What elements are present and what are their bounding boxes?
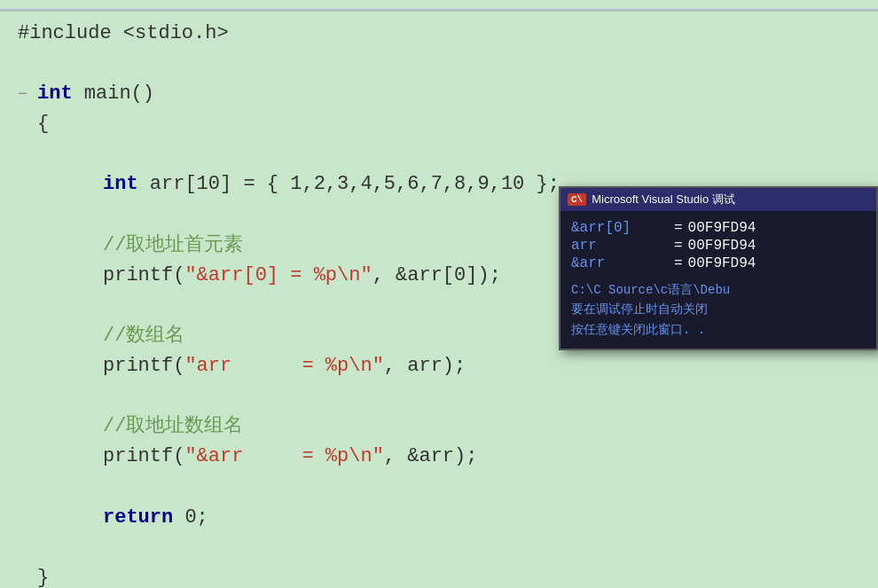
line-printf2: printf("arr = %p\n", arr); [18,351,860,381]
collapse-marker[interactable]: − [18,82,34,107]
footer-line-3: 按任意键关闭此窗口. . [571,320,866,340]
line-blank2 [18,139,860,169]
output-titlebar: C\ Microsoft Visual Studio 调试 [561,188,876,211]
out-val-2: 00F9FD94 [688,238,756,254]
out-line-1: &arr[0] = 00F9FD94 [571,220,866,236]
line-blank6 [18,472,860,502]
out-val-3: 00F9FD94 [688,255,756,271]
line-main-sig: −int main() [18,79,860,109]
out-val-1: 00F9FD94 [688,220,756,236]
output-footer: C:\C Source\c语言\Debu 要在调试停止时自动关闭 按任意键关闭此… [571,280,866,340]
editor-area: #include <stdio.h> −int main() { int arr… [0,0,878,588]
line-open-brace: { [18,109,860,139]
line-blank5 [18,381,860,412]
line-printf3: printf("&arr = %p\n", &arr); [18,442,860,472]
output-title: Microsoft Visual Studio 调试 [592,192,735,208]
line-include: #include <stdio.h> [18,19,860,49]
out-label-1: &arr[0] [571,220,669,236]
line-comment3: //取地址数组名 [18,412,860,442]
vs-icon: C\ [568,193,586,206]
out-label-2: arr [571,238,669,254]
output-body: &arr[0] = 00F9FD94 arr = 00F9FD94 &arr =… [561,211,876,349]
footer-line-1: C:\C Source\c语言\Debu [571,280,866,300]
footer-line-2: 要在调试停止时自动关闭 [571,300,866,319]
output-window: C\ Microsoft Visual Studio 调试 &arr[0] = … [559,186,878,350]
out-line-3: &arr = 00F9FD94 [571,255,866,271]
line-blank1 [18,49,860,79]
out-label-3: &arr [571,255,669,271]
line-close-brace: } [18,563,860,588]
line-return: return 0; [18,503,860,533]
out-line-2: arr = 00F9FD94 [571,238,866,254]
line-blank7 [18,533,860,563]
